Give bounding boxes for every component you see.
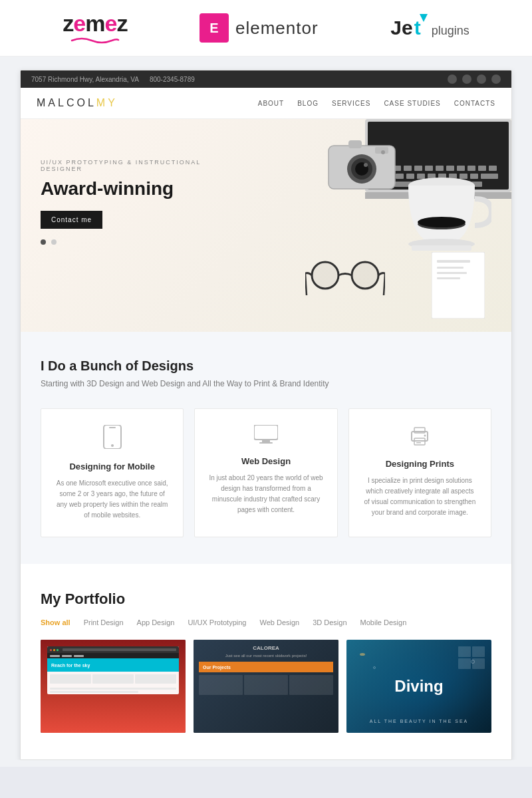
svg-rect-15 — [372, 174, 382, 179]
svg-line-46 — [305, 273, 307, 295]
svg-rect-2 — [368, 122, 509, 190]
zemes-logo-text: z — [63, 11, 73, 36]
svg-point-45 — [352, 262, 378, 289]
svg-rect-20 — [428, 174, 436, 179]
zemes-m: m — [85, 11, 104, 36]
filter-3d-design[interactable]: 3D Design — [313, 618, 346, 626]
webdesign-service-icon — [208, 425, 323, 448]
svg-rect-49 — [437, 260, 470, 263]
services-section: I Do a Bunch of Designs Starting with 3D… — [21, 332, 511, 564]
svg-rect-26 — [376, 182, 482, 187]
filter-web-design[interactable]: Web Design — [259, 618, 299, 626]
svg-rect-19 — [417, 174, 425, 179]
filter-mobile-design[interactable]: Mobile Design — [360, 618, 407, 626]
filter-show-all[interactable]: Show all — [41, 618, 70, 626]
hero-dot-2[interactable] — [51, 239, 57, 245]
svg-rect-34 — [348, 140, 362, 148]
site-nav: MALCOLMY ABOUT BLOG SERVICES CASE STUDIE… — [21, 88, 511, 119]
svg-rect-11 — [457, 166, 465, 171]
svg-point-33 — [364, 163, 368, 167]
svg-point-40 — [418, 217, 466, 227]
svg-rect-55 — [109, 427, 116, 428]
service-mobile-title: Designing for Mobile — [55, 462, 170, 471]
svg-marker-0 — [420, 14, 428, 22]
filter-app-design[interactable]: App Design — [137, 618, 175, 626]
svg-point-30 — [347, 154, 376, 184]
nav-about[interactable]: ABOUT — [258, 100, 284, 107]
svg-rect-22 — [449, 174, 457, 179]
hero-cta-button[interactable]: Contact me — [41, 211, 102, 229]
filter-print-design[interactable]: Print Design — [84, 618, 124, 626]
glasses-icon — [305, 259, 385, 299]
svg-point-31 — [351, 158, 372, 180]
zemes-brand[interactable]: zemez — [63, 12, 127, 44]
hero-dots — [41, 239, 227, 245]
svg-rect-57 — [262, 440, 270, 442]
svg-rect-41 — [412, 245, 471, 251]
zemes-e1: e — [73, 11, 85, 36]
portfolio-item-2[interactable]: CALOREA Just see all our most recent ski… — [194, 640, 338, 733]
nav-links: ABOUT BLOG SERVICES CASE STUDIES CONTACT… — [258, 100, 495, 107]
elementor-brand[interactable]: E elementor — [200, 13, 319, 43]
phone-icon — [102, 425, 122, 449]
site-logo: MALCOLMY — [37, 97, 118, 109]
nav-case-studies[interactable]: CASE STUDIES — [384, 100, 440, 107]
site-container: 7057 Richmond Hwy, Alexandria, VA 800-23… — [20, 70, 512, 760]
bottom-space — [0, 760, 532, 767]
hero-dot-1[interactable] — [41, 239, 46, 245]
social-facebook-icon[interactable] — [448, 74, 457, 84]
hero-title: Award-winning — [41, 178, 227, 200]
svg-rect-50 — [437, 267, 464, 269]
nav-services[interactable]: SERVICES — [332, 100, 370, 107]
svg-rect-63 — [416, 442, 421, 444]
printer-icon — [409, 425, 430, 446]
logo-accent: M — [96, 97, 108, 108]
topbar-left: 7057 Richmond Hwy, Alexandria, VA 800-23… — [31, 76, 195, 83]
svg-rect-4 — [382, 166, 390, 171]
social-twitter-icon[interactable] — [462, 74, 471, 84]
jet-t: t — [414, 18, 421, 38]
zemes-e2: e — [104, 11, 116, 36]
laptop-icon — [365, 119, 511, 205]
svg-line-47 — [384, 273, 385, 295]
nav-contacts[interactable]: CONTACTS — [454, 100, 495, 107]
hero-subtitle: UI/UX PROTOTYPING & INSTRUCTIONAL DESIGN… — [41, 159, 227, 172]
jet-arrow-icon — [418, 13, 429, 23]
nav-blog[interactable]: BLOG — [297, 100, 319, 107]
hero-content: UI/UX PROTOTYPING & INSTRUCTIONAL DESIGN… — [41, 139, 227, 245]
portfolio-item-3[interactable]: Diving ALL THE BEAUTY IN THE SEA — [346, 640, 491, 733]
svg-rect-18 — [406, 174, 414, 179]
services-heading: I Do a Bunch of Designs — [41, 358, 491, 374]
svg-rect-24 — [470, 174, 478, 179]
svg-rect-25 — [481, 174, 498, 179]
svg-rect-7 — [414, 166, 422, 171]
svg-rect-10 — [446, 166, 454, 171]
zemes-underline — [68, 35, 122, 44]
service-card-prints: Designing Prints I specialize in print d… — [348, 408, 491, 537]
svg-rect-27 — [365, 192, 511, 199]
topbar-social — [448, 74, 501, 84]
hero-section: UI/UX PROTOTYPING & INSTRUCTIONAL DESIGN… — [21, 119, 511, 332]
social-google-icon[interactable] — [491, 74, 501, 84]
jet-brand[interactable]: Je t plugins — [390, 18, 469, 38]
social-linkedin-icon[interactable] — [477, 74, 486, 84]
address: 7057 Richmond Hwy, Alexandria, VA — [31, 76, 139, 83]
svg-rect-12 — [467, 166, 475, 171]
portfolio-grid: Reach for the sky — [41, 640, 491, 733]
service-cards-container: Designing for Mobile As one Microsoft ex… — [41, 408, 491, 537]
svg-rect-14 — [489, 166, 497, 171]
service-webdesign-desc: In just about 20 years the world of web … — [208, 473, 323, 515]
service-webdesign-title: Web Design — [208, 456, 323, 466]
filter-uiux[interactable]: UI/UX Prototyping — [188, 618, 246, 626]
camera-icon — [325, 132, 398, 192]
svg-rect-56 — [254, 425, 278, 440]
svg-point-54 — [111, 444, 114, 447]
zemes-z: z — [116, 11, 127, 36]
portfolio-item-1[interactable]: Reach for the sky — [41, 640, 186, 733]
svg-rect-9 — [436, 166, 444, 171]
service-prints-desc: I specialize in print design solutions w… — [362, 475, 477, 518]
svg-point-43 — [352, 262, 378, 289]
service-mobile-desc: As one Microsoft executive once said, so… — [55, 478, 170, 521]
note-card-icon — [432, 252, 485, 319]
site-topbar: 7057 Richmond Hwy, Alexandria, VA 800-23… — [21, 70, 511, 88]
